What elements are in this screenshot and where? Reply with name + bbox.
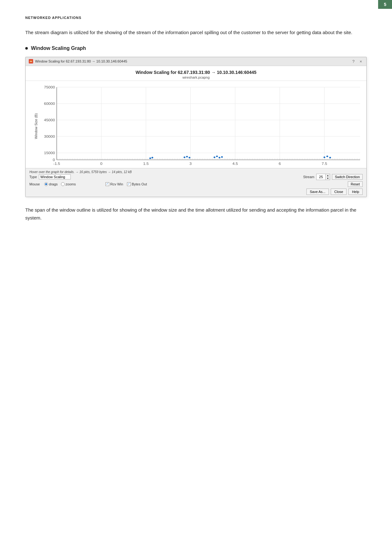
svg-text:1.5: 1.5	[143, 161, 149, 165]
svg-text:7.5: 7.5	[322, 161, 327, 165]
svg-point-41	[329, 157, 331, 158]
svg-text:15000: 15000	[44, 151, 55, 154]
section-header: NETWORKED APPLICATIONS	[25, 16, 367, 20]
graph-subtitle: wireshark.pcapng	[26, 75, 366, 79]
window-controls: ? ×	[351, 59, 363, 64]
svg-text:30000: 30000	[44, 134, 55, 138]
radio-zooms-circle	[61, 182, 65, 186]
svg-point-39	[323, 156, 325, 158]
bullet-heading-container: Window Scaling Graph	[25, 45, 367, 51]
y-axis-label: Window Size (B)	[32, 84, 39, 168]
svg-point-37	[219, 157, 220, 158]
checkbox-bytesout-item[interactable]: Bytes Out	[127, 182, 147, 186]
intro-text: The stream diagram is utilized for the s…	[25, 28, 367, 37]
close-button[interactable]: Close	[331, 189, 347, 195]
radio-zooms-item[interactable]: zooms	[61, 182, 76, 186]
window-close-btn[interactable]: ×	[358, 59, 363, 64]
titlebar-left: Window Scaling for 62.67.193.31:80 → 10.…	[29, 59, 127, 63]
stream-label: Stream	[303, 175, 314, 179]
checkbox-rcvwin-item[interactable]: Rcv Win	[106, 182, 123, 186]
graph-area: Window Size (B)	[32, 84, 360, 168]
svg-point-38	[221, 156, 223, 158]
svg-point-32	[184, 156, 185, 158]
radio-drags-circle	[44, 182, 48, 186]
stream-spin: ▲ ▼	[325, 174, 330, 180]
checkbox-rcvwin-label: Rcv Win	[110, 182, 123, 186]
wireshark-window: Window Scaling for 62.67.193.31:80 → 10.…	[25, 57, 367, 197]
controls-row-2: Mouse drags zooms	[29, 181, 363, 187]
svg-text:45000: 45000	[44, 118, 55, 122]
svg-rect-1	[39, 84, 360, 166]
checkbox-bytesout-label: Bytes Out	[132, 182, 147, 186]
stream-row: Stream ▲ ▼ Switch Direction	[303, 174, 363, 180]
graph-header: Window Scaling for 62.67.193.31:80 → 10.…	[26, 66, 366, 81]
graph-container: Window Size (B)	[26, 81, 366, 168]
mouse-label: Mouse	[29, 182, 40, 186]
checkbox-bytesout-box	[127, 182, 131, 186]
svg-text:75000: 75000	[44, 85, 55, 89]
mouse-row: Mouse drags zooms	[29, 182, 76, 186]
svg-text:60000: 60000	[44, 101, 55, 105]
graph-inner: 75000 60000 45000 30000 15000 0 -1.5 0 1…	[39, 84, 360, 168]
hover-info: Hover over the graph for details. → 16 p…	[29, 170, 363, 174]
svg-point-40	[326, 155, 328, 157]
radio-drags-label: drags	[49, 182, 58, 186]
stream-up-btn[interactable]: ▲	[326, 174, 330, 177]
svg-point-35	[214, 156, 215, 158]
stream-input-wrapper: ▲ ▼	[316, 174, 330, 180]
outro-text: The span of the window outline is utiliz…	[25, 206, 367, 222]
type-select-wrapper[interactable]: Window Scaling	[39, 174, 71, 179]
stream-down-btn[interactable]: ▼	[326, 177, 330, 180]
window-titlebar: Window Scaling for 62.67.193.31:80 → 10.…	[26, 57, 366, 66]
svg-point-33	[186, 156, 188, 157]
page-number: 5	[384, 2, 386, 7]
controls-bar: Hover over the graph for details. → 16 p…	[26, 168, 366, 197]
type-label: Type	[29, 175, 37, 179]
type-row: Type Window Scaling	[29, 174, 71, 179]
svg-point-30	[149, 157, 151, 159]
svg-text:6: 6	[279, 161, 281, 165]
svg-point-34	[189, 157, 190, 158]
help-button[interactable]: Help	[348, 189, 363, 195]
wireshark-icon	[29, 59, 33, 63]
svg-text:0: 0	[53, 158, 55, 161]
reset-button[interactable]: Reset	[348, 181, 363, 187]
save-as-button[interactable]: Save As...	[306, 189, 329, 195]
radio-zooms-label: zooms	[66, 182, 76, 186]
svg-text:0: 0	[100, 161, 102, 165]
checkbox-group: Rcv Win Bytes Out	[106, 182, 147, 186]
svg-point-31	[152, 157, 154, 158]
window-title-text: Window Scaling for 62.67.193.31:80 → 10.…	[35, 59, 127, 63]
page-number-badge: 5	[378, 0, 392, 9]
checkbox-rcvwin-box	[106, 182, 109, 186]
controls-row-1: Type Window Scaling Stream ▲ ▼	[29, 174, 363, 180]
bullet-heading-text: Window Scaling Graph	[31, 45, 86, 51]
bullet-dot	[25, 47, 28, 50]
radio-drags-item[interactable]: drags	[44, 182, 58, 186]
svg-text:3: 3	[190, 161, 192, 165]
svg-text:-1.5: -1.5	[53, 161, 60, 165]
graph-svg: 75000 60000 45000 30000 15000 0 -1.5 0 1…	[39, 84, 360, 166]
svg-point-36	[216, 155, 218, 157]
svg-text:4.5: 4.5	[232, 161, 238, 165]
type-select[interactable]: Window Scaling	[39, 174, 71, 179]
window-help-btn[interactable]: ?	[351, 59, 356, 64]
stream-input[interactable]	[317, 175, 325, 179]
switch-direction-button[interactable]: Switch Direction	[332, 174, 363, 180]
action-row: Save As... Close Help	[29, 189, 363, 195]
graph-title: Window Scaling for 62.67.193.31:80 → 10.…	[26, 70, 366, 75]
page: 5 NETWORKED APPLICATIONS The stream diag…	[0, 0, 392, 554]
radio-group: drags zooms	[44, 182, 76, 186]
